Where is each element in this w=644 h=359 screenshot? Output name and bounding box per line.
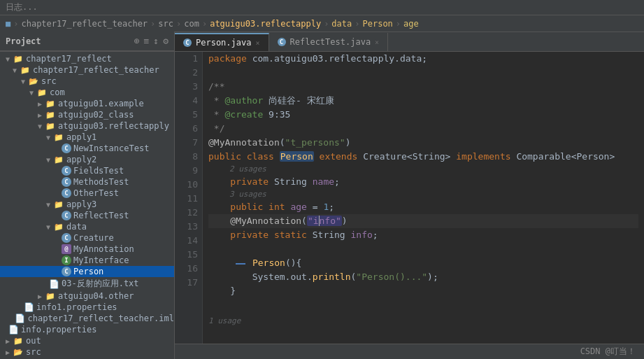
tree-label: MethodsTest (73, 177, 129, 187)
folder-icon: 📁 (36, 87, 48, 97)
tree-item-othertest[interactable]: C OtherTest (0, 188, 174, 199)
tree-item-myinterface[interactable]: I MyInterface (0, 255, 174, 266)
breadcrumb-item-chapter[interactable]: chapter17_reflect_teacher (21, 19, 148, 29)
arrow-icon: ▼ (10, 66, 20, 74)
sidebar-tree: ▼ 📁 chapter17_reflect ▼ 📁 chapter17_refl… (0, 52, 174, 358)
src-icon: 📂 (13, 347, 24, 357)
tab-label-person: Person.java (196, 38, 251, 48)
code-line-17 (208, 298, 638, 312)
breadcrumb-item-age[interactable]: age (403, 19, 419, 29)
tree-item-src2[interactable]: ▶ 📂 src (0, 346, 174, 358)
tree-label: atguigu02_class (58, 110, 134, 120)
tree-item-atguigu01[interactable]: ▶ 📁 atguigu01.example (0, 98, 174, 109)
tree-item-chapter17-reflect[interactable]: ▼ 📁 chapter17_reflect (0, 53, 174, 64)
code-line-12: private static String info; (208, 228, 638, 242)
code-line-8: public class Person extends Creature<Str… (208, 150, 638, 164)
code-area[interactable]: package com.atguigu03.reflectapply.data;… (203, 52, 644, 359)
tree-label: atguigu03.reflectapply (58, 121, 169, 131)
tree-item-newinstancetest[interactable]: C NewInstanceTest (0, 143, 174, 154)
editor-content: 1 2 3 4 5 6 7 8 9 10 11 12 13 14 15 16 1… (175, 52, 644, 359)
editor: 1 2 3 4 5 6 7 8 9 10 11 12 13 14 15 16 1… (175, 52, 644, 359)
tree-item-apply2[interactable]: ▼ 📁 apply2 (0, 154, 174, 165)
sidebar-tool-settings[interactable]: ⚙ (163, 36, 169, 46)
tree-label: Person (73, 267, 103, 276)
tab-person-java[interactable]: C Person.java × (175, 33, 269, 51)
sidebar-tool-sort[interactable]: ↕ (153, 36, 159, 46)
sidebar: ▼ 📁 chapter17_reflect ▼ 📁 chapter17_refl… (0, 52, 175, 359)
tree-item-src[interactable]: ▼ 📂 src (0, 76, 174, 87)
folder-icon: 📁 (53, 155, 64, 164)
tree-item-atguigu02[interactable]: ▶ 📁 atguigu02_class (0, 109, 174, 120)
tree-item-com[interactable]: ▼ 📁 com (0, 87, 174, 98)
tabs-bar: Project ⊕ ≡ ↕ ⚙ C Person.java × C Reflec… (0, 32, 644, 52)
code-line-2 (208, 66, 638, 80)
sidebar-tool-menu[interactable]: ≡ (144, 36, 150, 46)
code-line-6: */ (208, 122, 638, 136)
code-line-4: * @author 尚硅谷- 宋红康 (208, 94, 638, 108)
tree-item-iml[interactable]: 📄 chapter17_reflect_teacher.iml (0, 313, 174, 324)
tree-label: com (50, 87, 65, 97)
tree-label: apply1 (66, 132, 96, 142)
tree-label: apply3 (66, 199, 96, 209)
tree-label: MyAnnotation (73, 244, 134, 254)
tab-reflecttest-java[interactable]: C ReflectTest.java × (269, 33, 389, 51)
tab-close-reflecttest[interactable]: × (375, 38, 379, 46)
sidebar-toolbar: ⊕ ≡ ↕ ⚙ (134, 36, 169, 46)
main-area: ▼ 📁 chapter17_reflect ▼ 📁 chapter17_refl… (0, 52, 644, 359)
tree-item-person[interactable]: C Person (0, 266, 174, 277)
status-text: CSDN @叮当！ (580, 346, 636, 358)
breadcrumb-item-data[interactable]: data (331, 19, 352, 29)
breadcrumb-item-pkg[interactable]: atguigu03.reflectapply (210, 19, 321, 29)
code-line-13 (208, 242, 638, 256)
folder-icon: 📁 (13, 336, 24, 346)
arrow-icon: ▼ (43, 156, 53, 164)
top-bar-title: 日志... (6, 1, 38, 13)
breadcrumb-item-1[interactable]: ■ (6, 19, 10, 29)
breadcrumb-item-person[interactable]: Person (363, 19, 393, 29)
code-line-15: System.out.println("Person()..."); (208, 270, 638, 284)
usage-hint-line8: 2 usages (208, 164, 638, 175)
tree-item-apply1[interactable]: ▼ 📁 apply1 (0, 132, 174, 143)
tree-item-atguigu03[interactable]: ▼ 📁 atguigu03.reflectapply (0, 120, 174, 132)
tree-item-methodstest[interactable]: C MethodsTest (0, 176, 174, 188)
tree-label: out (26, 336, 41, 346)
tree-label: src (41, 76, 57, 86)
sidebar-tool-add[interactable]: ⊕ (134, 36, 140, 46)
folder-icon: 📁 (45, 110, 56, 120)
arrow-icon: ▶ (3, 349, 13, 356)
code-line-1: package com.atguigu03.reflectapply.data; (208, 52, 638, 66)
tree-label: atguigu04.other (58, 291, 134, 301)
tree-item-txt[interactable]: 📄 03-反射的应用.txt (0, 277, 174, 290)
tree-item-info-prop[interactable]: 📄 info.properties (0, 324, 174, 335)
prop-icon: 📄 (24, 302, 34, 312)
top-bar: 日志... (0, 0, 644, 15)
breadcrumb-item-src[interactable]: src (158, 19, 173, 29)
tree-label: info.properties (21, 325, 96, 335)
iml-icon: 📄 (15, 314, 25, 323)
usage-hint-line9: 3 usages (208, 189, 638, 200)
arrow-icon: ▼ (43, 201, 53, 209)
java-class-icon: C (62, 211, 71, 220)
tab-icon-reflecttest: C (278, 38, 286, 46)
tree-label: atguigu01.example (58, 99, 144, 108)
tree-item-out[interactable]: ▶ 📁 out (0, 335, 174, 346)
tree-label: ReflectTest (73, 211, 129, 220)
tree-item-reflecttest[interactable]: C ReflectTest (0, 210, 174, 221)
tree-item-info1[interactable]: 📄 info1.properties (0, 302, 174, 313)
tree-item-data[interactable]: ▼ 📁 data (0, 221, 174, 232)
java-class-icon: C (62, 177, 71, 187)
code-line-16: } (208, 284, 638, 298)
breadcrumb-item-com[interactable]: com (184, 19, 199, 29)
second-bar: ■ › chapter17_reflect_teacher › src › co… (0, 15, 644, 32)
tree-item-fieldstest[interactable]: C FieldsTest (0, 165, 174, 176)
txt-icon: 📄 (49, 279, 59, 289)
tree-label: MyInterface (73, 255, 129, 265)
tab-close-person[interactable]: × (255, 39, 259, 47)
tree-item-apply3[interactable]: ▼ 📁 apply3 (0, 199, 174, 210)
tree-item-atguigu04[interactable]: ▶ 📁 atguigu04.other (0, 290, 174, 302)
tree-item-myannotation[interactable]: @ MyAnnotation (0, 244, 174, 255)
tree-item-chapter17-reflect-teacher[interactable]: ▼ 📁 chapter17_reflect_teacher (0, 64, 174, 76)
code-line-3: /** (208, 80, 638, 94)
tree-item-creature[interactable]: C Creature (0, 232, 174, 244)
java-class-icon: C (62, 166, 71, 176)
